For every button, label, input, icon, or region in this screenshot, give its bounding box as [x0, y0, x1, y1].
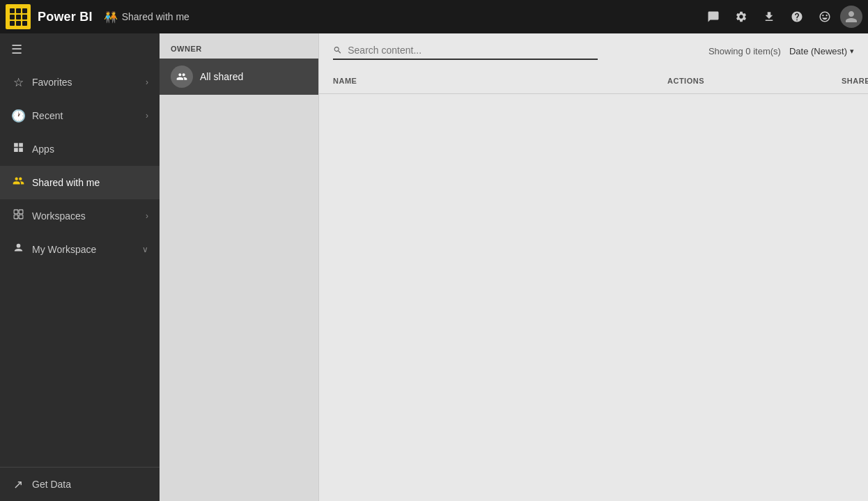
- hamburger-menu[interactable]: ☰: [0, 33, 160, 65]
- sidebar-item-workspaces-label: Workspaces: [32, 210, 139, 222]
- sidebar-item-favorites[interactable]: ☆ Favorites ›: [0, 65, 160, 99]
- sidebar-item-recent[interactable]: 🕐 Recent ›: [0, 99, 160, 132]
- owner-panel-header: OWNER: [160, 33, 318, 59]
- settings-icon: [735, 10, 747, 23]
- col-header-shared-date: SHARED DATE: [842, 74, 868, 88]
- sidebar-item-favorites-label: Favorites: [32, 77, 139, 88]
- svg-rect-1: [19, 210, 23, 214]
- sidebar-item-shared-with-me[interactable]: Shared with me: [0, 166, 160, 199]
- col-header-name: NAME: [333, 74, 667, 88]
- smiley-icon: [819, 10, 831, 23]
- table-header: NAME ACTIONS SHARED DATE OWNER: [319, 68, 868, 94]
- search-icon: [333, 45, 342, 55]
- search-input[interactable]: [348, 45, 598, 56]
- sidebar-item-apps[interactable]: Apps: [0, 132, 160, 166]
- sidebar: ☰ ☆ Favorites › 🕐 Recent › Apps Shared w…: [0, 33, 160, 501]
- waffle-menu[interactable]: [6, 4, 31, 29]
- chat-icon-btn[interactable]: [701, 4, 726, 29]
- recent-arrow: ›: [146, 111, 148, 121]
- content-toolbar: Showing 0 item(s) Date (Newest) ▾: [319, 33, 868, 68]
- sidebar-item-get-data[interactable]: ↗ Get Data: [0, 468, 160, 501]
- breadcrumb-icon: 🧑‍🤝‍🧑: [104, 10, 118, 24]
- settings-icon-btn[interactable]: [729, 4, 754, 29]
- hamburger-icon: ☰: [11, 42, 22, 57]
- search-bar: [333, 42, 598, 60]
- sort-label: Date (Newest): [789, 46, 847, 56]
- owner-panel: OWNER All shared: [160, 33, 319, 501]
- sidebar-bottom: ↗ Get Data: [0, 467, 160, 501]
- owner-panel-all-shared[interactable]: All shared: [160, 59, 318, 95]
- shared-icon: [11, 175, 25, 190]
- sidebar-item-my-workspace[interactable]: My Workspace ∨: [0, 233, 160, 266]
- favorites-icon: ☆: [11, 75, 25, 90]
- sort-button[interactable]: Date (Newest) ▾: [789, 46, 854, 56]
- download-icon: [763, 10, 775, 23]
- help-icon: [791, 10, 803, 23]
- sidebar-item-apps-label: Apps: [32, 144, 148, 155]
- my-workspace-icon: [11, 242, 25, 257]
- topnav-icons: [701, 4, 862, 29]
- all-shared-icon-circle: [171, 65, 193, 88]
- sidebar-item-my-workspace-label: My Workspace: [32, 244, 135, 255]
- get-data-icon: ↗: [11, 477, 25, 492]
- sidebar-item-get-data-label: Get Data: [32, 479, 148, 490]
- col-header-actions: ACTIONS: [667, 74, 842, 88]
- sidebar-item-shared-label: Shared with me: [32, 177, 148, 188]
- breadcrumb-text: Shared with me: [122, 11, 189, 22]
- all-shared-icon: [176, 71, 187, 82]
- avatar-icon: [844, 10, 858, 24]
- app-logo: Power BI: [38, 10, 93, 24]
- all-shared-label: All shared: [200, 71, 243, 82]
- my-workspace-arrow: ∨: [142, 245, 148, 254]
- workspaces-arrow: ›: [146, 211, 148, 221]
- top-navigation: Power BI 🧑‍🤝‍🧑 Shared with me: [0, 0, 868, 33]
- favorites-arrow: ›: [146, 77, 148, 87]
- breadcrumb: 🧑‍🤝‍🧑 Shared with me: [104, 10, 189, 24]
- help-icon-btn[interactable]: [784, 4, 809, 29]
- svg-rect-3: [19, 215, 23, 219]
- user-avatar[interactable]: [840, 6, 862, 28]
- sidebar-item-workspaces[interactable]: Workspaces ›: [0, 199, 160, 233]
- apps-icon: [11, 141, 25, 157]
- download-icon-btn[interactable]: [757, 4, 782, 29]
- svg-rect-0: [14, 210, 18, 214]
- sort-chevron-icon: ▾: [850, 47, 854, 56]
- sidebar-item-recent-label: Recent: [32, 110, 139, 121]
- content-area: Showing 0 item(s) Date (Newest) ▾ NAME A…: [319, 33, 868, 501]
- recent-icon: 🕐: [11, 109, 25, 123]
- chat-icon: [707, 10, 720, 23]
- main-layout: ☰ ☆ Favorites › 🕐 Recent › Apps Shared w…: [0, 33, 868, 501]
- showing-count: Showing 0 item(s): [708, 46, 781, 56]
- workspaces-icon: [11, 208, 25, 224]
- svg-rect-2: [14, 215, 18, 219]
- waffle-icon: [10, 8, 27, 26]
- svg-point-4: [16, 244, 20, 248]
- table-body: [319, 94, 868, 501]
- smiley-icon-btn[interactable]: [812, 4, 837, 29]
